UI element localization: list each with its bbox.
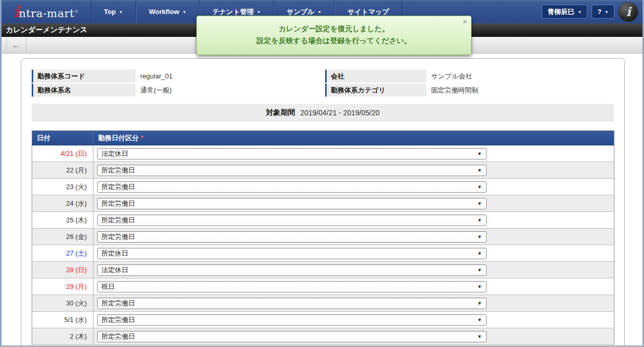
select-value: 所定労働日 (101, 166, 135, 174)
toolbar-spacer (2, 37, 7, 53)
date-text: 4/21 (日) (60, 150, 87, 157)
work-day-type-cell: 所定労働日 ▼ (93, 179, 614, 195)
date-text: 2 (木) (70, 332, 87, 340)
date-text: 22 (月) (66, 166, 87, 174)
page-title: カレンダーメンテナンス (6, 25, 87, 35)
work-system-form: 勤務体系コード regular_01 会社 サンプル会社 勤務体系名 通常(一般… (32, 70, 614, 97)
date-cell: 26 (金) (32, 229, 93, 245)
column-header-date: 日付 (32, 131, 93, 145)
app-window: intra-mart® Top▼ Workflow▼ テナント管理▼ サンプル▼… (0, 0, 644, 347)
calendar-table: 日付 勤務日付区分* 4/21 (日) 法定休日 ▼ 22 (32, 130, 614, 347)
work-day-type-cell: 所定労働日 ▼ (93, 162, 614, 179)
chevron-down-icon: ▼ (605, 10, 609, 15)
select-value: 所定労働日 (101, 199, 135, 207)
table-row: 22 (月) 所定労働日 ▼ (32, 162, 614, 179)
work-day-type-cell: 所定労働日 ▼ (93, 212, 614, 229)
select-value: 祝日 (101, 283, 115, 290)
field-value-company: サンプル会社 (426, 70, 614, 83)
field-label-work-system-name: 勤務体系名 (32, 84, 136, 97)
table-row: 24 (水) 所定労働日 ▼ (32, 195, 614, 212)
chevron-down-icon: ▼ (477, 149, 482, 159)
chevron-down-icon: ▼ (477, 331, 482, 342)
chevron-down-icon: ▼ (477, 232, 482, 243)
date-text: 25 (木) (66, 216, 87, 224)
field-value-work-system-category: 固定労働時間制 (426, 84, 614, 97)
work-day-type-cell: 法定休日 ▼ (93, 145, 614, 162)
table-row: 25 (木) 所定労働日 ▼ (32, 212, 614, 229)
work-day-type-select[interactable]: 法定休日 ▼ (97, 264, 487, 276)
work-day-type-select[interactable]: 所定労働日 ▼ (97, 231, 487, 243)
work-day-type-cell: 所定労働日 ▼ (93, 295, 614, 312)
table-row: 27 (土) 所定休日 ▼ (32, 245, 614, 262)
date-text: 28 (日) (66, 266, 87, 274)
chevron-down-icon: ▼ (477, 248, 482, 259)
field-value-work-system-code: regular_01 (136, 70, 325, 83)
help-menu-button[interactable]: ?▼ (592, 5, 614, 19)
work-day-type-select[interactable]: 所定労働日 ▼ (97, 215, 487, 226)
work-day-type-select[interactable]: 所定労働日 ▼ (97, 181, 487, 193)
date-text: 24 (水) (66, 199, 87, 207)
work-day-type-cell: ▼ (93, 345, 614, 347)
work-day-type-select[interactable]: 祝日 ▼ (97, 281, 487, 292)
date-cell: 22 (月) (32, 162, 93, 179)
work-day-type-select[interactable]: 法定休日 ▼ (97, 148, 487, 159)
chevron-down-icon: ▼ (182, 10, 186, 15)
work-day-type-select[interactable]: 所定労働日 ▼ (97, 298, 487, 309)
table-row: 2 (木) 所定労働日 ▼ (32, 328, 614, 345)
date-cell: 23 (火) (32, 179, 93, 195)
chevron-down-icon: ▼ (477, 165, 482, 176)
content-area: 勤務体系コード regular_01 会社 サンプル会社 勤務体系名 通常(一般… (2, 54, 642, 347)
select-value: 所定労働日 (101, 233, 135, 241)
date-text: 27 (土) (66, 249, 87, 257)
back-button[interactable]: ← (7, 37, 26, 53)
table-row: 23 (火) 所定労働日 ▼ (32, 179, 614, 195)
work-day-type-cell: 所定労働日 ▼ (93, 312, 614, 328)
select-value: 所定労働日 (101, 332, 135, 340)
chevron-down-icon: ▼ (477, 215, 482, 226)
field-label-company: 会社 (325, 70, 426, 83)
column-header-work-day-type: 勤務日付区分* (93, 131, 614, 145)
target-period-value: 2019/04/21 - 2019/05/20 (300, 109, 380, 117)
menu-item-top[interactable]: Top▼ (91, 0, 136, 23)
select-value: 所定休日 (101, 249, 128, 257)
chevron-down-icon: ▼ (477, 282, 482, 292)
work-day-type-select[interactable]: 所定労働日 ▼ (97, 198, 487, 209)
work-day-type-cell: 所定労働日 ▼ (93, 328, 614, 345)
intra-mart-logo[interactable]: intra-mart® (2, 0, 91, 23)
date-cell: 25 (木) (32, 212, 93, 229)
chevron-down-icon: ▼ (119, 10, 123, 15)
date-cell: 30 (火) (32, 295, 93, 312)
work-day-type-select[interactable]: 所定労働日 ▼ (97, 331, 487, 342)
work-day-type-select[interactable]: 所定労働日 ▼ (97, 314, 487, 326)
date-text: 23 (火) (66, 183, 87, 191)
target-period-label: 対象期間 (266, 108, 295, 117)
date-cell (32, 345, 93, 347)
target-period-band: 対象期間 2019/04/21 - 2019/05/20 (32, 104, 614, 122)
toast-message-line2: 設定を反映する場合は登録を行ってください。 (207, 35, 461, 47)
date-text: 29 (月) (66, 283, 87, 290)
calendar-panel: 勤務体系コード regular_01 会社 サンプル会社 勤務体系名 通常(一般… (21, 58, 625, 347)
table-row: 30 (火) 所定労働日 ▼ (32, 295, 614, 312)
date-cell: 27 (土) (32, 245, 93, 262)
table-row: ▼ (32, 345, 614, 347)
chevron-down-icon: ▼ (257, 10, 261, 15)
table-row: 4/21 (日) 法定休日 ▼ (32, 145, 614, 162)
work-day-type-cell: 所定労働日 ▼ (93, 229, 614, 245)
date-text: 26 (金) (66, 233, 87, 241)
toast-notification: × カレンダー設定を復元しました。 設定を反映する場合は登録を行ってください。 (196, 16, 472, 55)
chevron-down-icon: ▼ (477, 265, 482, 276)
work-day-type-select[interactable]: 所定労働日 ▼ (97, 165, 487, 176)
work-day-type-select[interactable]: 所定休日 ▼ (97, 248, 487, 259)
logo-text: intra-mart® (14, 3, 78, 21)
menu-item-workflow[interactable]: Workflow▼ (136, 0, 199, 23)
date-cell: 2 (木) (32, 328, 93, 345)
toast-message-line1: カレンダー設定を復元しました。 (207, 23, 461, 35)
chevron-down-icon: ▼ (477, 182, 482, 193)
table-header-row: 日付 勤務日付区分* (32, 131, 614, 145)
user-menu-button[interactable]: 青柳辰巳▼ (542, 5, 587, 19)
select-value: 所定労働日 (101, 299, 135, 307)
menubar-right: 青柳辰巳▼ ?▼ i (542, 0, 642, 23)
close-icon[interactable]: × (463, 18, 467, 25)
date-cell: 5/1 (水) (32, 312, 93, 328)
chevron-down-icon: ▼ (578, 10, 582, 15)
